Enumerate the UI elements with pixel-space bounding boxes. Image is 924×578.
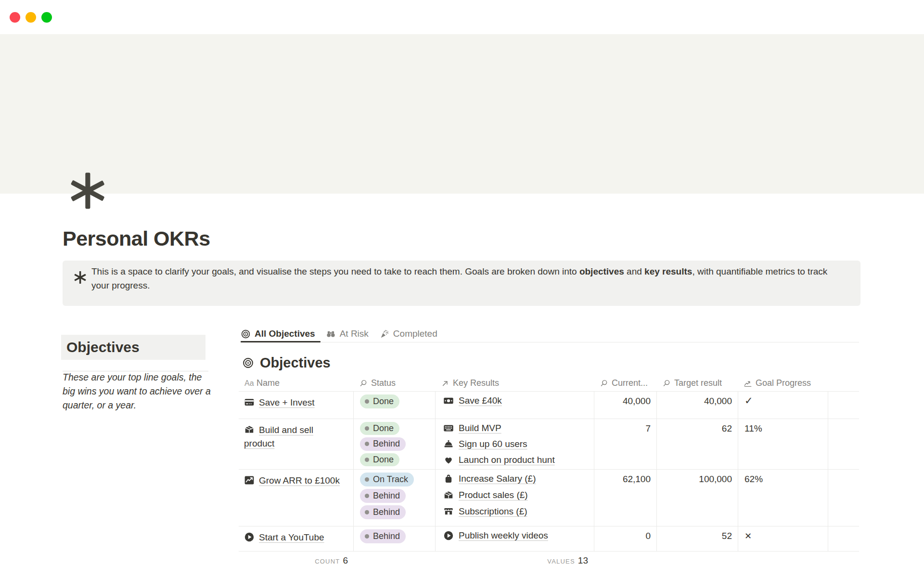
column-header-extra[interactable] [828,378,859,392]
name-cell[interactable]: Start a YouTube [239,526,353,552]
status-pill-done[interactable]: Done [360,394,399,408]
status-dot [365,399,369,404]
tab-label: All Objectives [255,328,315,339]
status-dot [365,494,369,498]
sidebar-description: These are your top line goals, the big w… [63,370,215,412]
status-pill-behind[interactable]: Behind [360,529,406,543]
database-section-header: Objectives [242,355,331,371]
status-pill-behind[interactable]: Behind [360,489,406,503]
column-header-key-results[interactable]: Key Results [435,378,594,392]
status-label: Behind [373,439,400,449]
name-cell[interactable]: Build and sell product [239,419,353,470]
sidebar-heading: Objectives [61,335,205,360]
relation-arrow-icon [441,379,449,388]
minimize-window-button[interactable] [26,12,36,23]
goal-progress-percent: 62% [744,474,763,484]
key-result-item[interactable]: Build MVP [443,420,590,436]
objective-link[interactable]: Grow ARR to £100k [259,475,340,486]
goal-progress-cell: 11% [738,419,828,470]
column-header-status[interactable]: Status [353,378,435,392]
callout-text: This is a space to clarify your goals, a… [91,264,845,292]
count-label: COUNT [315,558,340,565]
status-dot [365,458,369,462]
key-result-link[interactable]: Sign up 60 users [459,439,527,449]
target-result-cell: 100,000 [656,470,738,526]
column-header-label: Target result [674,378,722,388]
package-icon [244,424,255,435]
page-icon-asterisk[interactable] [69,171,106,210]
table-count-footer[interactable]: COUNT6 [239,555,348,566]
key-result-link[interactable]: Increase Salary (£) [459,473,536,484]
window-titlebar [0,0,924,34]
key-result-item[interactable]: Save £40k [443,393,590,409]
goal-progress-cross: ✕ [744,531,752,541]
goal-progress-percent: 11% [744,423,762,434]
key-results-cell: Build MVPSign up 60 usersLaunch on produ… [435,419,594,470]
name-cell[interactable]: Grow ARR to £100k [239,470,353,526]
status-cell: On TrackBehindBehind [353,470,435,526]
column-header-current[interactable]: Current... [594,378,656,392]
current-result-cell: 0 [594,526,656,552]
status-label: Done [373,455,394,465]
key-result-link[interactable]: Publish weekly videos [459,530,548,541]
key-result-link[interactable]: Build MVP [459,423,501,434]
column-header-goal-progress[interactable]: Goal Progress [738,378,828,392]
close-window-button[interactable] [10,12,20,23]
empty-cell [828,526,859,552]
name-cell[interactable]: Save + Invest [239,392,353,419]
key-result-link[interactable]: Subscriptions (£) [459,506,527,517]
column-header-label: Name [257,378,280,388]
key-result-link[interactable]: Save £40k [459,395,502,406]
key-results-cell: Increase Salary (£)Product sales (£)Subs… [435,470,594,526]
key-result-item[interactable]: Launch on product hunt [443,452,590,468]
status-pill-done[interactable]: Done [360,422,399,435]
storefront-icon [443,506,454,517]
current-result-cell: 40,000 [594,392,656,419]
play-button-icon [244,532,255,542]
tab-at-risk[interactable]: At Risk [326,328,369,339]
status-pill-behind[interactable]: Behind [360,505,406,519]
key-result-item[interactable]: Publish weekly videos [443,527,590,544]
empty-cell [828,419,859,470]
tab-label: At Risk [340,328,369,339]
key-result-link[interactable]: Product sales (£) [459,490,528,500]
objective-link[interactable]: Save + Invest [259,397,315,407]
column-header-target-result[interactable]: Target result [656,378,738,392]
objective-link[interactable]: Start a YouTube [259,532,324,542]
column-header-label: Goal Progress [756,378,811,388]
status-pill-on-track[interactable]: On Track [360,473,414,486]
column-header-name[interactable]: AaName [239,378,353,392]
tab-all-objectives[interactable]: All Objectives [241,328,315,339]
page-title[interactable]: Personal OKRs [63,226,210,250]
play-button-icon [443,530,454,541]
page-cover [0,34,924,194]
key-result-item[interactable]: Increase Salary (£) [443,471,590,487]
status-label: Behind [373,531,400,541]
keyboard-icon [443,423,454,434]
banknote-icon [443,395,454,406]
values-value: 13 [578,555,588,565]
tab-label: Completed [393,328,437,339]
tab-completed[interactable]: Completed [379,328,437,339]
key-results-cell: Publish weekly videos [435,526,594,552]
table-values-footer[interactable]: VALUES13 [435,555,588,566]
key-result-item[interactable]: Subscriptions (£) [443,503,590,520]
target-result-cell: 52 [656,526,738,552]
status-dot [365,442,369,446]
status-pill-done[interactable]: Done [360,453,399,466]
target-icon [241,329,251,339]
column-header-label: Key Results [453,378,499,388]
bellhop-bell-icon [443,439,454,449]
target-result-cell: 62 [656,419,738,470]
key-result-item[interactable]: Sign up 60 users [443,436,590,452]
status-pill-behind[interactable]: Behind [360,437,406,450]
key-result-item[interactable]: Product sales (£) [443,487,590,503]
magnifier-icon [600,379,608,388]
text-icon: Aa [244,379,253,388]
key-result-link[interactable]: Launch on product hunt [459,455,555,465]
heart-icon [443,455,454,465]
notion-window: Personal OKRs This is a space to clarify… [0,0,924,578]
current-result-cell: 62,100 [594,470,656,526]
zoom-window-button[interactable] [41,12,52,23]
asterisk-icon [74,271,87,284]
